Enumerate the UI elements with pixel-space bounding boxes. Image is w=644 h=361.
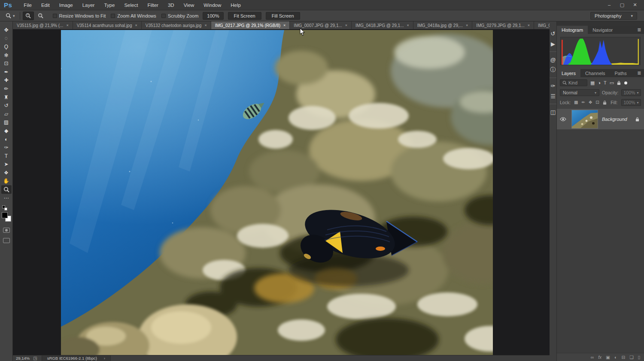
maximize-button[interactable]: ▢ — [616, 2, 629, 8]
ellipsis-icon: ⋯ — [4, 196, 9, 201]
close-tab-icon[interactable]: × — [407, 23, 409, 27]
history-brush-tool[interactable]: ↺ — [1, 101, 12, 110]
menu-image[interactable]: Image — [55, 3, 78, 8]
resize-windows-checkbox[interactable]: Resize Windows to Fit — [53, 13, 106, 18]
menu-edit[interactable]: Edit — [36, 3, 55, 8]
link-layers-icon[interactable]: ∞ — [591, 355, 594, 360]
crop-tool[interactable]: ⊡ — [1, 59, 12, 68]
menu-layer[interactable]: Layer — [78, 3, 100, 8]
magic-wand-icon: ✻ — [4, 53, 8, 58]
menu-select[interactable]: Select — [119, 3, 143, 8]
menu-bar: Ps File Edit Image Layer Type Select Fil… — [0, 0, 644, 10]
close-tab-icon[interactable]: × — [135, 23, 137, 27]
new-layer-icon[interactable]: ❏ — [629, 355, 633, 360]
eyedropper-icon: ✒ — [4, 69, 8, 75]
layer-effects-icon[interactable]: fx — [598, 355, 601, 360]
path-selection-tool[interactable]: ➤ — [1, 160, 12, 169]
quick-mask-button[interactable] — [3, 228, 10, 233]
brush-tool[interactable]: ✏ — [1, 84, 12, 93]
minimize-button[interactable]: – — [603, 2, 616, 8]
chevron-right-icon: › — [104, 356, 105, 361]
menu-3d[interactable]: 3D — [163, 3, 179, 8]
zoom-all-windows-checkbox[interactable]: Zoom All Windows — [111, 13, 156, 18]
checkbox-label: Resize Windows to Fit — [59, 13, 106, 18]
custom-shape-tool[interactable]: ❖ — [1, 168, 12, 177]
path-select-icon: ➤ — [4, 162, 8, 167]
checkbox-icon — [161, 14, 166, 18]
pen-icon: ✑ — [4, 145, 8, 150]
layers-panel-footer: ∞ fx ▣ ◐ ⊟ ❏ ▯ — [557, 353, 644, 361]
zoom-tool-preset[interactable]: ▾ — [3, 12, 17, 19]
menu-type[interactable]: Type — [99, 3, 119, 8]
tools-ellipsis[interactable]: ⋯ — [1, 194, 12, 202]
fill-screen-button[interactable]: Fill Screen — [266, 12, 300, 20]
dodge-tool[interactable]: ◐ — [1, 135, 12, 144]
document-tab[interactable]: V35115.jpg @ 21,9% (... × — [13, 21, 73, 29]
menu-filter[interactable]: Filter — [143, 3, 163, 8]
tab-label: IMG_0279a.jpg ( — [538, 23, 550, 28]
eraser-tool[interactable]: ▱ — [1, 110, 12, 118]
tab-label: IMG_0279.JPG @ 29,1... — [476, 23, 524, 28]
checkbox-icon — [53, 14, 57, 18]
tab-label: V35132 chaetodon auriga.jpg — [146, 23, 202, 28]
close-tab-icon[interactable]: × — [204, 23, 207, 27]
tab-label: V35114 acanthurus sohal.jpg — [77, 23, 132, 28]
layer-mask-icon[interactable]: ▣ — [606, 355, 610, 360]
zoom-tool[interactable] — [1, 185, 12, 194]
menu-view[interactable]: View — [179, 3, 199, 8]
gradient-icon: ▨ — [4, 120, 9, 125]
mouse-cursor — [300, 28, 644, 353]
gradient-tool[interactable]: ▨ — [1, 118, 12, 127]
close-button[interactable]: ✕ — [629, 2, 641, 8]
close-tab-icon[interactable]: × — [466, 23, 468, 27]
blur-tool[interactable]: ◆ — [1, 126, 12, 135]
close-tab-icon[interactable]: × — [66, 23, 68, 27]
tab-label: IMG_0418.JPG @ 29,1... — [355, 23, 404, 28]
layer-group-icon[interactable]: ⊟ — [621, 355, 625, 360]
healing-brush-tool[interactable]: ✚ — [1, 76, 12, 85]
magnifier-icon — [3, 187, 9, 193]
type-tool[interactable]: T — [1, 152, 12, 160]
fit-screen-button[interactable]: Fit Screen — [228, 12, 261, 20]
adjustment-layer-icon[interactable]: ◐ — [614, 355, 617, 360]
menu-help[interactable]: Help — [226, 3, 246, 8]
close-tab-icon[interactable]: × — [283, 23, 286, 27]
lasso-tool[interactable]: Ϙ — [1, 42, 12, 51]
eyedropper-tool[interactable]: ✒ — [1, 68, 12, 76]
zoom-in-button[interactable]: + — [23, 12, 34, 20]
move-tool[interactable]: ✥ — [1, 26, 12, 34]
document-info[interactable]: sRGB IEC61966-2.1 (8bpc) › — [42, 355, 111, 361]
screen-mode-button[interactable] — [3, 238, 10, 243]
clone-stamp-tool[interactable]: ♜ — [1, 93, 12, 102]
zoom-out-button[interactable]: − — [35, 12, 46, 20]
workspace-switcher[interactable]: Photography ▾ — [590, 12, 637, 20]
scrubby-zoom-checkbox[interactable]: Scrubby Zoom — [161, 13, 199, 18]
photo-document[interactable] — [61, 30, 493, 355]
menu-file[interactable]: File — [19, 3, 36, 8]
marquee-icon: ◌ — [5, 36, 8, 41]
document-tab[interactable]: V35132 chaetodon auriga.jpg × — [142, 21, 211, 29]
close-tab-icon[interactable]: × — [345, 23, 347, 27]
close-tab-icon[interactable]: × — [528, 23, 530, 27]
dodge-icon: ◐ — [5, 137, 8, 142]
status-bar: 29,14% ◳ sRGB IEC61966-2.1 (8bpc) › — [13, 355, 550, 361]
export-icon[interactable]: ◳ — [33, 356, 41, 361]
zoom-100-button[interactable]: 100% — [203, 12, 223, 20]
document-tab-active[interactable]: IMG_0217.JPG @ 29,1% (RGB/8) × — [211, 21, 290, 29]
delete-layer-icon[interactable]: ▯ — [638, 355, 641, 360]
quick-selection-tool[interactable]: ✻ — [1, 51, 12, 60]
hand-icon: ✋ — [3, 178, 9, 184]
hand-tool[interactable]: ✋ — [1, 177, 12, 186]
pen-tool[interactable]: ✑ — [1, 143, 12, 152]
tab-label: IMG_0418a.jpg @ 29,... — [417, 23, 463, 28]
document-tab[interactable]: V35114 acanthurus sohal.jpg × — [73, 21, 142, 29]
healing-icon: ✚ — [4, 78, 8, 83]
marquee-tool[interactable]: ◌ — [1, 34, 12, 43]
canvas-area[interactable] — [13, 29, 550, 355]
zoom-level-field[interactable]: 29,14% — [13, 356, 33, 361]
tab-label: IMG_0007.JPG @ 29,1... — [294, 23, 342, 28]
stamp-icon: ♜ — [4, 95, 9, 100]
foreground-color-swatch[interactable] — [2, 212, 8, 218]
default-colors-icon[interactable] — [2, 205, 7, 211]
menu-window[interactable]: Window — [199, 3, 226, 8]
